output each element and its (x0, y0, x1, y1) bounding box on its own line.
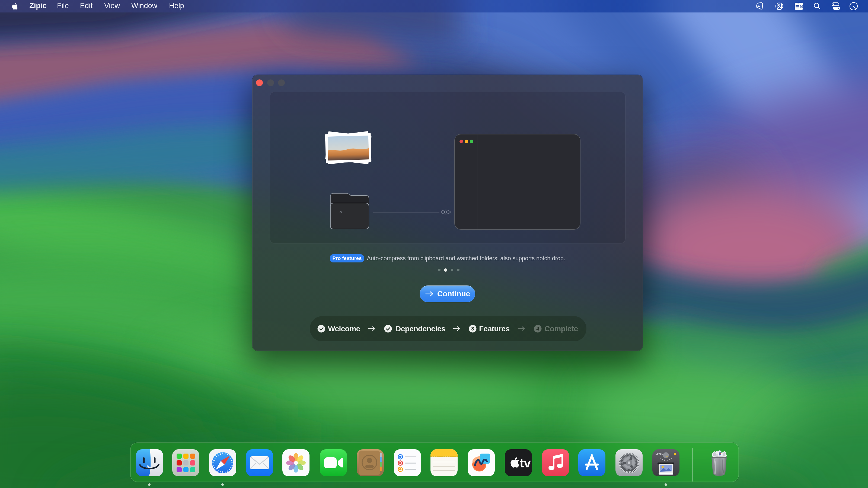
svg-text:3: 3 (471, 326, 474, 332)
svg-text:4: 4 (536, 326, 539, 332)
svg-text:LEVEL: LEVEL (656, 453, 663, 455)
svg-text:⌘: ⌘ (800, 5, 803, 9)
svg-text:tv: tv (520, 456, 531, 470)
